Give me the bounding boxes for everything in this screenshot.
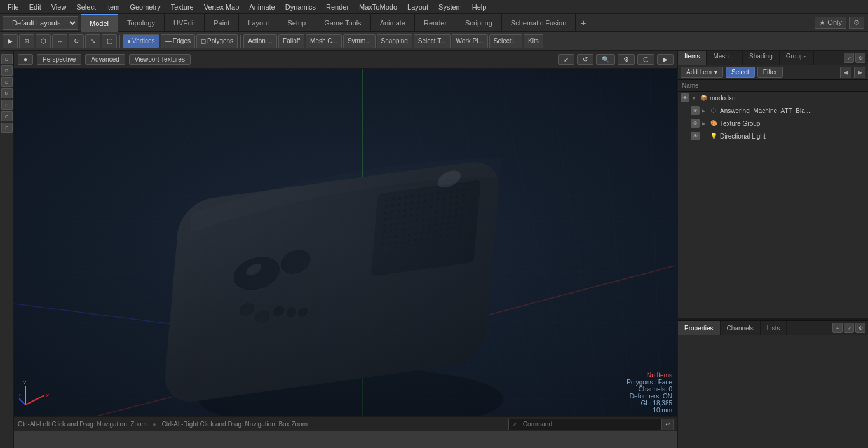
list-item[interactable]: 👁 ▼ 📦 modo.lxo [678,92,868,104]
mode-edges[interactable]: — Edges [161,34,195,48]
menu-dynamics[interactable]: Dynamics [280,2,321,12]
items-expand-button[interactable]: ⤢ [844,53,854,63]
list-item[interactable]: 👁 💡 Directional Light [678,130,868,142]
tab-uvedit[interactable]: UVEdit [165,14,205,32]
mode-vertices[interactable]: ● Vertices [123,34,159,48]
menu-help[interactable]: Help [467,2,492,12]
props-add-button[interactable]: + [832,323,843,333]
star-only-button[interactable]: ★ Only [815,17,846,29]
menu-select[interactable]: Select [71,2,101,12]
menu-item[interactable]: Item [101,2,125,12]
left-panel-btn-1[interactable]: D [1,54,13,64]
items-select-button[interactable]: Select [726,67,755,78]
menu-geometry[interactable]: Geometry [125,2,165,12]
viewport-more-button[interactable]: ▶ [657,54,674,65]
menu-texture[interactable]: Texture [166,2,199,12]
viewport-3d[interactable]: X Y Z No Items Polygons : Face Channels:… [14,69,677,416]
visibility-toggle-0[interactable]: 👁 [681,93,689,102]
tab-topology[interactable]: Topology [118,14,165,32]
tab-groups[interactable]: Groups [780,51,814,65]
viewport-reset-button[interactable]: ↺ [577,54,593,65]
tab-lists[interactable]: Lists [761,321,787,335]
viewport-fit-button[interactable]: ⤢ [558,54,574,65]
tab-mesh[interactable]: Mesh ... [707,51,743,65]
left-panel-btn-6[interactable]: C [1,111,13,121]
tab-paint[interactable]: Paint [205,14,239,32]
visibility-toggle-1[interactable]: 👁 [691,106,700,115]
select-tool[interactable]: Select T... [414,34,451,48]
tab-properties[interactable]: Properties [678,321,721,335]
visibility-toggle-2[interactable]: 👁 [691,119,700,128]
tab-items[interactable]: Items [678,51,707,65]
add-item-button[interactable]: Add Item ▾ [681,67,723,78]
viewport-dot-button[interactable]: ● [18,54,33,65]
command-input[interactable] [520,421,661,428]
tab-scripting[interactable]: Scripting [456,14,502,32]
menu-render[interactable]: Render [321,2,354,12]
tool-transform[interactable]: ↔ [52,34,67,48]
menu-edit[interactable]: Edit [24,2,46,12]
panel-resize-handle[interactable] [678,318,868,320]
workplane-tool[interactable]: Work Pl... [452,34,488,48]
left-panel-btn-7[interactable]: F [1,123,13,133]
menu-system[interactable]: System [433,2,467,12]
viewport-expand-button[interactable]: ⬡ [637,54,654,65]
menu-file[interactable]: File [3,2,24,12]
tool-move[interactable]: ⊕ [19,34,34,48]
menu-animate[interactable]: Animate [244,2,280,12]
viewport-textures-button[interactable]: Viewport Textures [129,54,191,65]
expand-icon-2[interactable]: ▶ [702,121,708,126]
mesh-tool[interactable]: Mesh C... [306,34,342,48]
menu-maxtomodo[interactable]: MaxToModo [354,2,402,12]
layout-options-button[interactable]: ⚙ [849,17,864,29]
tab-channels[interactable]: Channels [721,321,761,335]
command-submit-button[interactable]: ↵ [661,419,673,430]
advanced-button[interactable]: Advanced [85,54,125,65]
items-settings-button[interactable]: ⚙ [855,53,865,63]
tab-setup[interactable]: Setup [278,14,315,32]
list-item[interactable]: 👁 ▶ ⬡ Answering_Machine_ATT_Bla ... [678,104,868,117]
list-item[interactable]: 👁 ▶ 🎨 Texture Group [678,117,868,130]
kits-tool[interactable]: Kits [524,34,543,48]
menu-vertexmap[interactable]: Vertex Map [199,2,245,12]
items-arrow-right-button[interactable]: ▶ [854,67,865,78]
props-expand-button[interactable]: ⤢ [844,323,854,333]
main-toolbar: ▶ ⊕ ⬡ ↔ ↻ ⤡ ▢ ● Vertices — Edges ◻ Polyg… [0,32,868,51]
tab-model[interactable]: Model [81,14,118,32]
tab-shading[interactable]: Shading [743,51,780,65]
falloff-tool[interactable]: Falloff [278,34,304,48]
left-panel-btn-2[interactable]: D [1,65,13,76]
tool-polygon[interactable]: ⬡ [36,34,51,48]
selection-tool[interactable]: Selecti... [489,34,522,48]
left-panel-btn-3[interactable]: D [1,77,13,87]
expand-icon-1[interactable]: ▶ [702,108,708,114]
perspective-button[interactable]: Perspective [37,54,81,65]
menu-layout[interactable]: Layout [402,2,433,12]
visibility-toggle-3[interactable]: 👁 [691,132,700,140]
left-panel-btn-5[interactable]: P [1,100,13,110]
props-settings-button[interactable]: ⚙ [855,323,865,333]
tab-animate[interactable]: Animate [371,14,415,32]
tab-render[interactable]: Render [415,14,456,32]
action-tool[interactable]: Action ... [243,34,277,48]
items-filter-button[interactable]: Filter [757,67,783,78]
symmetry-tool[interactable]: Symm... [343,34,376,48]
menu-view[interactable]: View [46,2,72,12]
texture-icon: 🎨 [709,119,718,128]
viewport-settings-button[interactable]: ⚙ [618,54,635,65]
tool-select[interactable]: ▶ [3,34,18,48]
tab-layout[interactable]: Layout [239,14,278,32]
snapping-tool[interactable]: Snapping [377,34,412,48]
tab-schematic[interactable]: Schematic Fusion [502,14,576,32]
expand-icon-0[interactable]: ▼ [691,95,698,101]
tab-gametools[interactable]: Game Tools [315,14,371,32]
mode-polygons[interactable]: ◻ Polygons [196,34,238,48]
tool-box[interactable]: ▢ [102,34,117,48]
left-panel-btn-4[interactable]: M [1,88,13,98]
viewport-zoom-button[interactable]: 🔍 [596,54,615,65]
tool-rotate[interactable]: ↻ [69,34,84,48]
tool-scale[interactable]: ⤡ [85,34,100,48]
items-arrow-left-button[interactable]: ◀ [840,67,851,78]
add-tab-button[interactable]: + [576,15,591,31]
layout-dropdown[interactable]: Default Layouts [3,16,78,30]
